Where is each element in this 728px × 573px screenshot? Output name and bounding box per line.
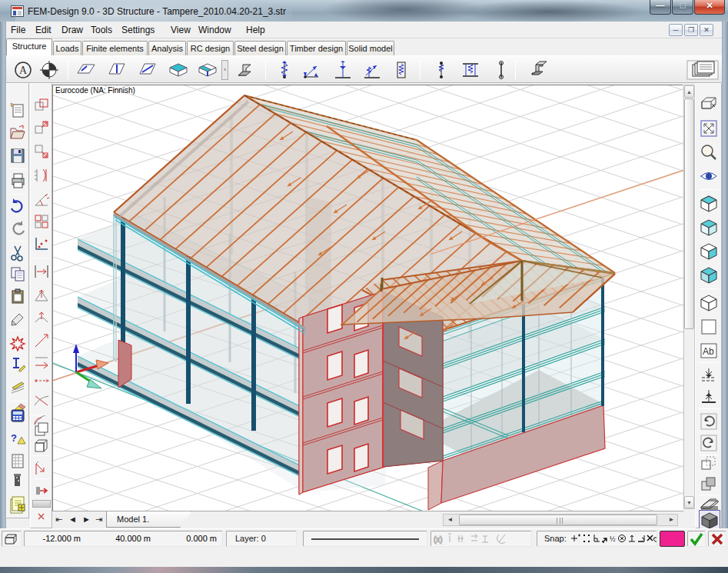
svg-text:?: ? [11, 432, 17, 444]
svg-text:(x): (x) [434, 535, 443, 544]
svg-text:Ab: Ab [703, 346, 714, 357]
svg-text:½: ½ [610, 535, 616, 543]
svg-text:A: A [19, 65, 28, 76]
